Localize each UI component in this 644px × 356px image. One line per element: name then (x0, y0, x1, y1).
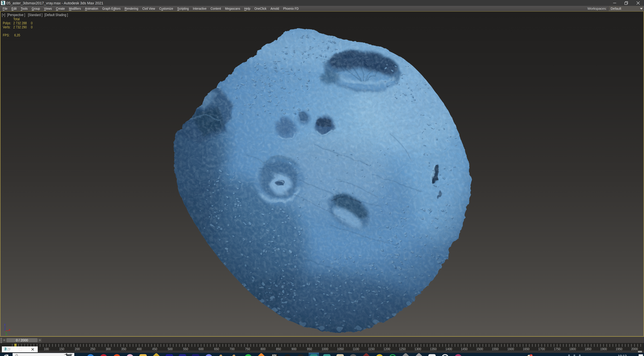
frame-label: 1800 (569, 347, 576, 351)
viewport-menu-pov[interactable]: [Perspective ] (7, 13, 25, 17)
taskbar-icon-redblue-sphere[interactable] (454, 354, 462, 356)
workspaces-dropdown[interactable]: Default (608, 6, 644, 11)
taskbar-icon-reddish-app[interactable] (113, 354, 120, 356)
taskbar-icon-whatsapp[interactable] (244, 354, 252, 356)
frame-label: 950 (307, 347, 312, 351)
track-bar[interactable]: 1001502002503003504004505005506006507007… (0, 343, 644, 351)
menu-civil-view[interactable]: Civil View (142, 7, 155, 11)
taskbar-icon-gray-circle-app[interactable] (350, 354, 357, 356)
taskbar-preview-popup[interactable]: 3 ✕ (2, 346, 38, 352)
taskbar-icon-edge[interactable] (87, 354, 94, 356)
taskbar-icon-darkred-diamond[interactable] (361, 353, 372, 356)
menu-edit[interactable]: Edit (12, 7, 16, 11)
taskbar-icon-folder[interactable] (139, 354, 147, 356)
taskbar-icon-yellow-circle-app[interactable] (376, 354, 383, 356)
taskbar-icon-epic-games[interactable]: EPIC (271, 354, 278, 356)
frame-label: 1050 (337, 347, 344, 351)
menu-animation[interactable]: Animation (85, 7, 98, 11)
menu-arnold[interactable]: Arnold (270, 7, 279, 11)
frame-label: 850 (276, 347, 281, 351)
frame-label: 1150 (368, 347, 375, 351)
close-button[interactable] (632, 0, 644, 6)
menu-scripting[interactable]: Scripting (177, 7, 189, 11)
taskbar-icon-dark-circle-app2[interactable] (297, 354, 304, 356)
taskbar-icon-dark-circle-app[interactable] (284, 354, 291, 356)
restore-icon (8, 348, 10, 350)
taskbar-icon-white-circle-app[interactable] (442, 354, 449, 356)
taskbar-icon-3dsmax-active[interactable] (310, 354, 318, 356)
taskbar-icon-clipboard-app[interactable] (336, 354, 344, 356)
frame-label: 1600 (507, 347, 514, 351)
menu-create[interactable]: Create (56, 7, 65, 11)
frame-label: 1400 (446, 347, 452, 351)
menu-group[interactable]: Group (32, 7, 40, 11)
taskbar-icon-window-app[interactable] (428, 354, 436, 356)
fps-label: FPS: (3, 33, 13, 37)
taskbar-icon-opera[interactable] (100, 354, 107, 356)
frame-label: 1100 (353, 347, 359, 351)
menu-rendering[interactable]: Rendering (124, 7, 138, 11)
notification-center-icon[interactable] (639, 354, 643, 356)
taskbar-icon-green-ring-app[interactable] (389, 354, 396, 356)
close-icon[interactable]: ✕ (31, 347, 35, 351)
frame-label: 1700 (538, 347, 545, 351)
frame-label: 1650 (523, 347, 530, 351)
frame-label: 250 (90, 347, 95, 351)
menu-modifiers[interactable]: Modifiers (69, 7, 81, 11)
taskbar-icon-teal-app[interactable] (323, 354, 330, 356)
viewport-menu-general[interactable]: [+] (2, 13, 5, 17)
restore-button[interactable] (620, 0, 632, 6)
menu-graph-editors[interactable]: Graph Editors (102, 7, 120, 11)
menu-megascans[interactable]: Megascans (225, 7, 240, 11)
menu-bar: FileEditToolsGroupViewsCreateModifiersAn… (0, 6, 644, 11)
menu-items: FileEditToolsGroupViewsCreateModifiersAn… (3, 6, 298, 11)
taskbar-icon-navy-square-app[interactable] (192, 354, 199, 356)
taskbar-icon-blue-square-app2[interactable] (179, 354, 186, 356)
taskbar-icon-orange-diamond[interactable] (256, 353, 266, 356)
menu-oneclick[interactable]: OneClick (254, 7, 266, 11)
taskbar-icon-tan-tool[interactable] (216, 354, 223, 356)
menu-tools[interactable]: Tools (21, 7, 28, 11)
menu-phoenix-fd[interactable]: Phoenix FD (283, 7, 298, 11)
notification-badged-icon[interactable]: 1 (527, 354, 533, 356)
frame-label: 150 (59, 347, 64, 351)
tray-icon[interactable] (568, 354, 570, 356)
taskbar-icon-discord[interactable] (205, 354, 212, 356)
taskbar-icon-gray-arrow-app[interactable] (414, 353, 424, 356)
axis-z-label: z (4, 323, 6, 326)
window-title: 05_aster_3dsmax2017_vray.max - Autodesk … (6, 1, 103, 5)
3dsmax-app-icon: 3 MAX (1, 1, 5, 5)
viewport-label: [+] [Perspective ] [Standard ] [Default … (2, 13, 69, 17)
taskbar-clock[interactable]: 10:12 (618, 354, 627, 356)
taskbar-icon-gold-star[interactable] (151, 353, 161, 356)
viewport-menu-renderlevel[interactable]: [Standard ] (28, 13, 42, 17)
frame-label: 300 (106, 347, 111, 351)
next-frame-button[interactable]: > (38, 338, 42, 342)
tray-icon[interactable] (574, 354, 575, 356)
viewport-menu-shading[interactable]: [Default Shading ] (44, 13, 68, 17)
title-bar: 3 MAX 05_aster_3dsmax2017_vray.max - Aut… (0, 0, 644, 6)
tray-icon[interactable] (579, 354, 580, 356)
menu-content[interactable]: Content (211, 7, 221, 11)
taskbar-icon-gray-diamond[interactable] (400, 353, 411, 356)
previous-frame-button[interactable]: < (2, 338, 6, 342)
frame-label: 1900 (600, 347, 607, 351)
perspective-viewport[interactable]: [+] [Perspective ] [Standard ] [Default … (0, 11, 644, 337)
menu-views[interactable]: Views (44, 7, 52, 11)
chevron-down-icon (640, 8, 643, 10)
taskbar-icon-tan-tool2[interactable] (230, 354, 236, 356)
frame-label: 700 (230, 347, 234, 351)
menu-help[interactable]: Help (244, 7, 250, 11)
menu-file[interactable]: File (3, 7, 8, 11)
minimize-button[interactable] (609, 0, 620, 6)
taskbar-icon-pink-app[interactable] (126, 354, 134, 356)
frame-label: 800 (260, 347, 266, 351)
stats-row-delta: 0 (31, 25, 32, 29)
menu-customize[interactable]: Customize (159, 7, 173, 11)
taskbar-icon-blue-square-app[interactable] (166, 354, 173, 356)
asteroid-model[interactable] (170, 26, 474, 334)
frame-counter-field[interactable]: 0 / 2000 (6, 338, 38, 342)
badge-count-label: 1 (531, 355, 532, 356)
menu-interactive[interactable]: Interactive (193, 7, 206, 11)
frame-label: 750 (245, 347, 250, 351)
